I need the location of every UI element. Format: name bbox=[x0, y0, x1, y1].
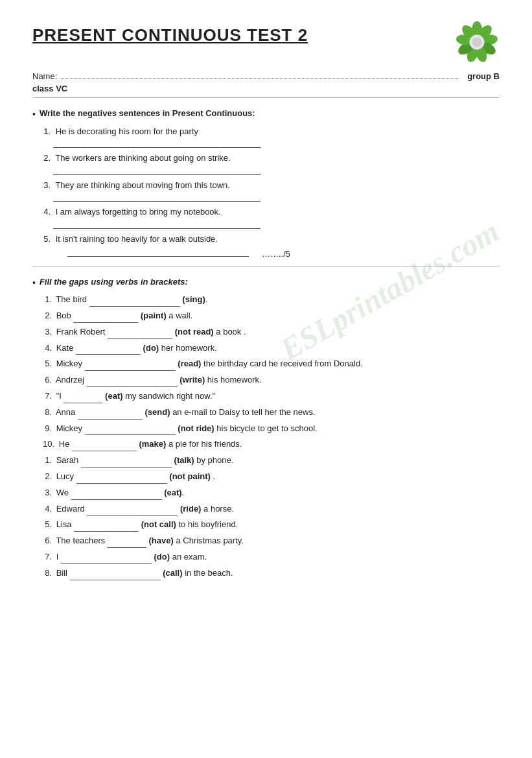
list-item: 4. I am always forgetting to bring my no… bbox=[39, 206, 500, 229]
gap bbox=[61, 555, 152, 564]
section2-header: • Fill the gaps using verbs in brackets: bbox=[32, 277, 500, 290]
section2-list: 1. The bird (sing). 2. Bob (paint) a wal… bbox=[39, 293, 500, 451]
gap bbox=[70, 571, 161, 580]
gap bbox=[72, 442, 137, 451]
list-item: 1. Sarah (talk) by phone. bbox=[39, 454, 500, 468]
item-text: The workers are thinking about going on … bbox=[55, 153, 230, 163]
item-text: He is decorating his room for the party bbox=[56, 126, 198, 136]
section1-header: • Write the negatives sentences in Prese… bbox=[32, 108, 500, 121]
name-dots bbox=[60, 78, 458, 79]
svg-point-10 bbox=[472, 37, 482, 47]
gap bbox=[76, 346, 141, 355]
list-item: 7. I (do) an exam. bbox=[39, 551, 500, 564]
section2-title: Fill the gaps using verbs in brackets: bbox=[40, 277, 188, 287]
gap bbox=[85, 362, 176, 371]
list-item: 6. Andrzej (write) his homework. bbox=[39, 373, 500, 387]
gap bbox=[81, 458, 172, 468]
bullet1: • bbox=[32, 108, 36, 121]
answer-line bbox=[53, 193, 260, 202]
flower-icon bbox=[454, 19, 500, 65]
gap bbox=[89, 298, 180, 307]
section1-list: 1. He is decorating his room for the par… bbox=[39, 125, 500, 261]
list-item: 2. Lucy (not paint) . bbox=[39, 470, 500, 484]
list-item: 4. Kate (do) her homework. bbox=[39, 342, 500, 355]
gap bbox=[87, 378, 178, 387]
gap bbox=[85, 426, 176, 435]
list-item: 1. He is decorating his room for the par… bbox=[39, 125, 500, 148]
list-item: 3. They are thinking about moving from t… bbox=[39, 179, 500, 202]
gap bbox=[74, 523, 139, 532]
section1-title: Write the negatives sentences in Present… bbox=[40, 108, 255, 118]
group-label: group B bbox=[467, 71, 500, 81]
list-item: 4. Edward (ride) a horse. bbox=[39, 503, 500, 516]
list-item: 5. Mickey (read) the birthday card he re… bbox=[39, 357, 500, 371]
divider2 bbox=[32, 266, 500, 266]
answer-line bbox=[67, 248, 249, 257]
gap bbox=[108, 330, 172, 339]
gap bbox=[78, 410, 143, 420]
list-item: 5. It isn't raining too heavily for a wa… bbox=[39, 233, 500, 261]
item-text: They are thinking about moving from this… bbox=[55, 180, 230, 190]
list-item: 2. Bob (paint) a wall. bbox=[39, 309, 500, 323]
divider bbox=[32, 97, 500, 98]
bullet2: • bbox=[32, 277, 36, 290]
header: PRESENT CONTINUOUS TEST 2 bbox=[32, 19, 500, 65]
gap bbox=[87, 506, 178, 515]
list-item: 1. The bird (sing). bbox=[39, 293, 500, 307]
answer-line bbox=[53, 220, 260, 229]
list-item: 2. The workers are thinking about going … bbox=[39, 152, 500, 175]
name-label: Name: bbox=[32, 71, 57, 81]
list-item: 5. Lisa (not call) to his boyfriend. bbox=[39, 518, 500, 532]
name-row: Name: group B bbox=[32, 71, 500, 81]
class-label: class VC bbox=[32, 84, 500, 93]
gap bbox=[76, 475, 167, 484]
score: ……../5 bbox=[262, 248, 290, 261]
list-item: 8. Anna (send) an e-mail to Daisy to tel… bbox=[39, 406, 500, 420]
gap bbox=[64, 394, 102, 403]
gap bbox=[73, 314, 138, 323]
list-item: 9. Mickey (not ride) his bicycle to get … bbox=[39, 422, 500, 436]
answer-line bbox=[53, 166, 260, 175]
section3-list: 1. Sarah (talk) by phone. 2. Lucy (not p… bbox=[39, 454, 500, 580]
list-item: 7. "I (eat) my sandwich right now." bbox=[39, 390, 500, 403]
item-text: I am always forgetting to bring my noteb… bbox=[56, 207, 221, 217]
list-item: 3. Frank Robert (not read) a book . bbox=[39, 326, 500, 339]
gap bbox=[108, 539, 146, 548]
page-title: PRESENT CONTINUOUS TEST 2 bbox=[32, 19, 308, 45]
list-item: 6. The teachers (have) a Christmas party… bbox=[39, 534, 500, 548]
list-item: 3. We (eat). bbox=[39, 486, 500, 500]
gap bbox=[71, 491, 162, 500]
answer-line bbox=[53, 139, 260, 148]
list-item: 8. Bill (call) in the beach. bbox=[39, 567, 500, 580]
item-text: It isn't raining too heavily for a walk … bbox=[56, 234, 218, 244]
list-item: 10. He (make) a pie for his friends. bbox=[39, 438, 500, 451]
